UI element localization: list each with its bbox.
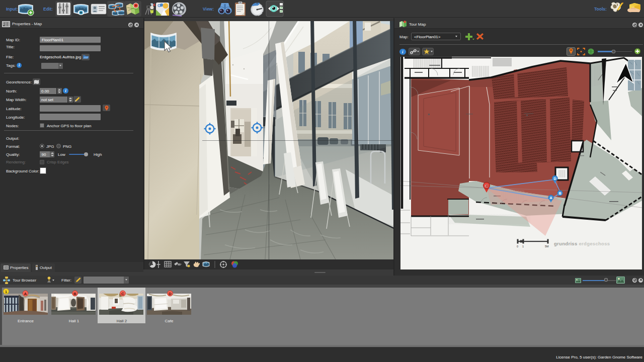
svg-text:D: D <box>553 177 556 180</box>
svg-text:0: 0 <box>517 245 518 248</box>
svg-text:grundriss erdgeschoss: grundriss erdgeschoss <box>554 241 610 246</box>
svg-text:C: C <box>485 184 489 189</box>
svg-text:B: B <box>558 192 561 195</box>
svg-text:C: C <box>121 292 124 296</box>
svg-text:A: A <box>549 196 552 200</box>
svg-text:G: G <box>157 3 161 8</box>
svg-text:1: 1 <box>522 245 524 248</box>
svg-text:B: B <box>73 292 76 296</box>
svg-text:1: 1 <box>5 290 8 294</box>
svg-text:A: A <box>24 292 27 296</box>
svg-text:5M: 5M <box>545 245 549 248</box>
svg-text:D: D <box>169 292 172 296</box>
